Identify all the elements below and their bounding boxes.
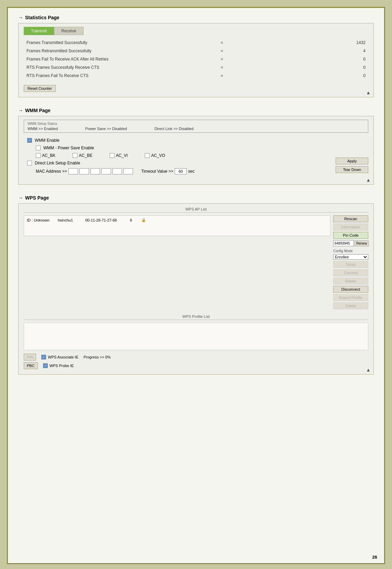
page-number: 26	[372, 555, 377, 560]
timeout-input[interactable]	[175, 168, 187, 174]
table-row: Frames Fail To Receive ACK After All Ret…	[24, 55, 368, 63]
pbc-button[interactable]: PBC	[24, 362, 38, 369]
ap-row: ID : Unknown hsinchu1 00-11-26-71-27-68 …	[24, 216, 330, 224]
wmm-status-directlink: Direct Link >> Disabled	[154, 127, 194, 131]
scroll-up-icon[interactable]: ▲	[366, 90, 371, 95]
ac-be-checkbox[interactable]	[73, 153, 77, 158]
pin-code-button[interactable]: Pin Code	[333, 232, 368, 239]
stat-eq-2: =	[213, 55, 230, 63]
mac-seg-1[interactable]	[68, 168, 78, 174]
statistics-box: Transmit Receive Frames Transmitted Succ…	[18, 23, 374, 97]
ac-be-item: AC_BE	[73, 153, 92, 158]
ac-vo-checkbox[interactable]	[145, 153, 150, 158]
information-button[interactable]: Information	[333, 224, 368, 230]
stat-val-2: 0	[230, 55, 368, 63]
timeout-row: Timeout Value >> sec	[141, 168, 195, 174]
wmm-section: → WMM Page WMM Setup Status WMM >> Enabl…	[18, 108, 374, 185]
pin-button[interactable]: PIN	[24, 354, 36, 361]
timeout-unit: sec	[188, 169, 195, 174]
wps-section: → WPS Page WPS AP List ID : Unknown hsin…	[18, 195, 374, 375]
mac-seg-3[interactable]	[90, 168, 100, 174]
ac-vi-checkbox[interactable]	[110, 153, 115, 158]
power-save-checkbox[interactable]	[36, 146, 41, 150]
scroll-up-wmm-icon[interactable]: ▲	[366, 177, 371, 183]
ac-bk-label: AC_BK	[42, 153, 55, 158]
power-save-row: WMM - Power Save Enable	[36, 146, 365, 150]
direct-link-checkbox[interactable]	[27, 161, 32, 165]
ac-bk-checkbox[interactable]	[36, 153, 41, 158]
statistics-title: → Statistics Page	[18, 15, 374, 20]
stat-label-1: Frames Retransmitted Successfully	[24, 47, 213, 55]
reset-counter-button[interactable]: Reset Counter	[24, 85, 56, 92]
wps-bottom-row2: PBC ✓ WPS Probe IE	[24, 362, 368, 369]
ac-vo-item: AC_VO	[145, 153, 165, 158]
table-row: Frames Transmitted Successfully = 1432	[24, 39, 368, 47]
wps-associate-ie-checkbox[interactable]: ✓	[41, 355, 46, 359]
wps-ap-section: WPS AP List ID : Unknown hsinchu1 00-11-…	[24, 207, 368, 309]
tab-transmit[interactable]: Transmit	[24, 27, 54, 35]
mac-seg-5[interactable]	[112, 168, 122, 174]
teardown-button[interactable]: Tear Down	[336, 166, 368, 173]
stats-table: Frames Transmitted Successfully = 1432 F…	[24, 39, 368, 80]
wps-ap-buttons: Rescan Information Pin Code Renew Config…	[330, 215, 368, 309]
timeout-label: Timeout Value >>	[141, 169, 173, 174]
apply-button[interactable]: Apply	[336, 158, 368, 164]
stat-val-4: 0	[230, 72, 368, 80]
ac-be-label: AC_BE	[79, 153, 92, 158]
stat-val-3: 0	[230, 63, 368, 72]
wmm-buttons: Apply Tear Down	[336, 158, 368, 173]
scroll-up-wps-icon[interactable]: ▲	[366, 367, 371, 373]
mac-address-label: MAC Address >>	[36, 169, 67, 174]
wps-associate-ie-item: ✓ WPS Associate IE	[41, 355, 78, 359]
wmm-box: WMM Setup Status WMM >> Enabled Power Sa…	[18, 116, 374, 185]
wps-profile-list-title: WPS Profile List	[24, 314, 368, 320]
mac-address-row: MAC Address >> Timeout Value >> sec	[36, 168, 365, 174]
table-row: RTS Frames Successfully Receive CTS = 0	[24, 63, 368, 72]
ac-vi-item: AC_VI	[110, 153, 128, 158]
pin-input[interactable]	[333, 240, 354, 246]
stats-tabs: Transmit Receive	[24, 27, 368, 35]
outer-border: → Statistics Page Transmit Receive Frame…	[7, 7, 385, 564]
wmm-enable-row: ✓ WMM Enable	[27, 138, 365, 143]
wps-probe-ie-checkbox[interactable]: ✓	[43, 363, 48, 368]
rotate-button[interactable]: Rotate	[333, 278, 368, 284]
wps-profile-list	[24, 323, 368, 350]
mac-seg-6[interactable]	[123, 168, 133, 174]
stat-val-0: 1432	[230, 39, 368, 47]
ap-channel: 6	[130, 218, 137, 222]
ac-vi-label: AC_VI	[116, 153, 128, 158]
ap-name: hsinchu1	[58, 218, 82, 222]
ac-group: AC_BK AC_BE AC_VI AC_VO	[36, 153, 365, 158]
direct-link-label: Direct Link Setup Enable	[35, 161, 80, 165]
rescan-button[interactable]: Rescan	[333, 215, 368, 222]
wps-title: → WPS Page	[18, 195, 374, 201]
stat-val-1: 4	[230, 47, 368, 55]
wps-ap-list-title: WPS AP List	[24, 207, 368, 213]
wmm-status-title: WMM Setup Status	[28, 122, 364, 126]
connect-button[interactable]: Connect	[333, 269, 368, 276]
stat-label-4: RTS Frames Fail To Receive CTS	[24, 72, 213, 80]
delete-button[interactable]: Delete	[333, 302, 368, 309]
tab-receive[interactable]: Receive	[54, 27, 83, 35]
wmm-form: ✓ WMM Enable WMM - Power Save Enable AC_…	[24, 136, 368, 179]
wps-ap-list: ID : Unknown hsinchu1 00-11-26-71-27-68 …	[24, 215, 330, 309]
stat-label-0: Frames Transmitted Successfully	[24, 39, 213, 47]
disconnect-button[interactable]: Disconnect	[333, 286, 368, 293]
config-mode-select[interactable]: Enrollee	[333, 254, 368, 260]
detail-button[interactable]: Detail	[333, 261, 368, 268]
arrow-icon-wmm: →	[18, 108, 23, 113]
ac-vo-label: AC_VO	[151, 153, 165, 158]
export-profile-button[interactable]: Export Profile	[333, 294, 368, 301]
power-save-label: WMM - Power Save Enable	[43, 146, 94, 150]
mac-seg-2[interactable]	[79, 168, 89, 174]
ac-bk-item: AC_BK	[36, 153, 55, 158]
ap-id: ID : Unknown	[27, 218, 54, 222]
renew-button[interactable]: Renew	[355, 240, 369, 246]
wmm-enable-checkbox[interactable]: ✓	[27, 138, 32, 143]
stat-eq-0: =	[213, 39, 230, 47]
wps-profile-content	[24, 323, 368, 350]
arrow-icon: →	[18, 15, 23, 20]
mac-seg-4[interactable]	[101, 168, 111, 174]
ap-mac: 00-11-26-71-27-68	[85, 218, 127, 222]
wps-box: WPS AP List ID : Unknown hsinchu1 00-11-…	[18, 203, 374, 375]
